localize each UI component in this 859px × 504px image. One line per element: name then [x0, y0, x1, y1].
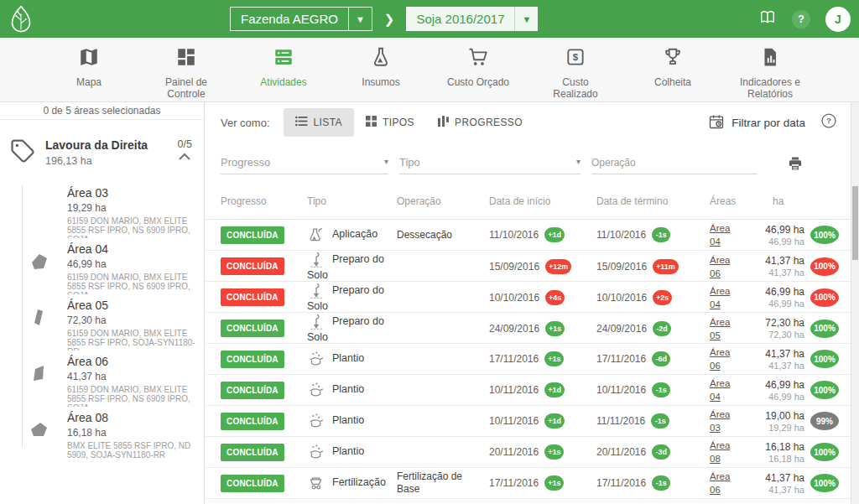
- area-link[interactable]: Área 04: [710, 284, 740, 311]
- help-icon[interactable]: ?: [792, 10, 810, 29]
- status-badge: CONCLUÍDA: [221, 226, 284, 244]
- nav-item-custo-orcado[interactable]: Custo Orçado: [441, 46, 515, 88]
- start-date: 15/09/2016: [489, 261, 539, 273]
- tab-tipos[interactable]: TIPOS: [354, 108, 426, 137]
- nav-item-mapa[interactable]: Mapa: [52, 46, 126, 88]
- breadcrumb-chevron-icon: ❯: [384, 12, 395, 27]
- end-date-cell: 10/10/2016+2s: [596, 290, 710, 305]
- end-delta-badge: -1s: [652, 227, 670, 242]
- group-name: Lavoura da Direita: [45, 138, 178, 152]
- operation-cell: Dessecação: [397, 229, 489, 242]
- operation-filter[interactable]: [591, 153, 757, 174]
- status-badge: CONCLUÍDA: [221, 257, 284, 275]
- type-label: Plantio: [332, 445, 364, 457]
- tab-lista[interactable]: LISTA: [284, 108, 354, 137]
- area-link[interactable]: Área 06: [710, 470, 740, 496]
- svg-text:$: $: [573, 52, 579, 62]
- chevron-down-icon: ▾: [576, 157, 580, 169]
- collapse-chevron-icon[interactable]: [178, 150, 191, 165]
- group-count: 0/5: [178, 138, 192, 150]
- type-label: Plantio: [332, 352, 364, 364]
- area-item-04[interactable]: Área 04 46,99 ha 61I59 DON MARIO, BMX EL…: [0, 238, 204, 294]
- filter-by-date-button[interactable]: Filtrar por data: [708, 113, 805, 132]
- user-avatar[interactable]: J: [825, 7, 851, 32]
- svg-text:?: ?: [826, 117, 831, 125]
- operation-filter-input[interactable]: [591, 153, 757, 174]
- view-as-label: Ver como:: [221, 117, 270, 129]
- start-delta-badge: +1s: [545, 321, 565, 336]
- tab-progresso[interactable]: PROGRESSO: [426, 108, 534, 137]
- nav-item-colheita[interactable]: Colheita: [636, 46, 710, 88]
- selection-summary: 0 de 5 áreas selecionadas: [0, 102, 204, 120]
- area-link[interactable]: Área 06: [710, 346, 740, 372]
- ha-cell: 41,37 ha41,37 ha100%: [756, 472, 851, 495]
- context-help-icon[interactable]: ?: [820, 112, 837, 132]
- trophy-icon: [662, 46, 684, 71]
- progress-filter-select[interactable]: ▾: [221, 153, 388, 174]
- type-cell: Aplicação: [307, 226, 397, 244]
- nav-item-custo-realizado[interactable]: $ Custo Realizado: [539, 46, 612, 100]
- table-row[interactable]: CONCLUÍDA Preparo do Solo 24/09/2016+1s …: [206, 313, 851, 344]
- area-link[interactable]: Área 06: [710, 253, 740, 280]
- area-shape-icon: [29, 308, 52, 351]
- table-row[interactable]: CONCLUÍDA Preparo do Solo 10/10/2016+4s …: [206, 282, 851, 313]
- table-row[interactable]: CONCLUÍDA Fertilização Fertilização de B…: [206, 468, 851, 499]
- area-link[interactable]: Área 04: [710, 221, 740, 248]
- scrollbar-thumb[interactable]: [852, 186, 858, 260]
- area-link[interactable]: Área 08: [710, 439, 740, 465]
- end-date: 11/11/2016: [596, 415, 645, 427]
- table-row-partial: [206, 499, 851, 504]
- table-row[interactable]: CONCLUÍDA Plantio 10/11/2016+1d 11/11/20…: [206, 406, 851, 437]
- list-view-icon: [295, 116, 308, 129]
- flask-icon: [370, 46, 392, 71]
- area-item-08[interactable]: Área 08 16,18 ha BMX ELITE 5855 RSF IPRO…: [0, 407, 204, 463]
- percent-badge: 100%: [810, 350, 839, 368]
- end-date-cell: 20/11/2016-3d: [596, 444, 710, 460]
- start-date-cell: 11/10/2016+1d: [489, 227, 596, 242]
- area-item-05[interactable]: Área 05 72,30 ha 61I59 DON MARIO, BMX EL…: [0, 294, 204, 351]
- field-group-header[interactable]: Lavoura da Direita 196,13 ha 0/5: [0, 120, 204, 175]
- start-date: 10/11/2016: [489, 384, 539, 396]
- ha-total: 41,37 ha: [768, 361, 804, 371]
- type-cell: Plantio: [307, 350, 397, 368]
- area-link[interactable]: Área 05: [710, 315, 740, 342]
- area-link[interactable]: Área 03: [710, 408, 740, 434]
- end-date-cell: 11/11/2016-1s: [596, 413, 710, 429]
- start-delta-badge: +1s: [544, 351, 564, 366]
- vertical-scrollbar[interactable]: [851, 102, 859, 504]
- end-delta-badge: -3d: [652, 444, 670, 460]
- area-item-06[interactable]: Área 06 41,37 ha 61I59 DON MARIO, BMX EL…: [0, 351, 204, 407]
- percent-badge: 100%: [810, 443, 839, 461]
- ha-total: 19,29 ha: [768, 423, 804, 433]
- table-row[interactable]: CONCLUÍDA Plantio 17/11/2016+1s 17/11/20…: [206, 344, 851, 375]
- news-book-icon[interactable]: [758, 9, 777, 29]
- season-selector[interactable]: Soja 2016/2017 ▼: [406, 7, 538, 31]
- print-button[interactable]: [787, 155, 804, 174]
- type-cell: Preparo do Solo: [307, 282, 397, 313]
- col-operacao: Operação: [397, 195, 489, 207]
- area-item-03[interactable]: Área 03 19,29 ha 61I59 DON MARIO, BMX EL…: [0, 182, 204, 238]
- nav-item-painel-de-controle[interactable]: Painel de Controle: [149, 46, 223, 100]
- type-icon: [307, 474, 325, 492]
- table-row[interactable]: CONCLUÍDA Aplicação Dessecação 11/10/201…: [206, 220, 851, 251]
- progress-filter-input[interactable]: [221, 153, 384, 174]
- area-link[interactable]: Área 04: [710, 377, 740, 403]
- table-row[interactable]: CONCLUÍDA Plantio 10/11/2016+1d 10/11/20…: [206, 375, 851, 406]
- table-row[interactable]: CONCLUÍDA Plantio 20/11/2016+1s 20/11/20…: [206, 437, 851, 468]
- end-date: 15/09/2016: [596, 261, 647, 273]
- nav-item-indicadores[interactable]: Indicadores e Relatórios: [733, 46, 807, 100]
- ha-applied: 41,37 ha: [765, 348, 804, 360]
- aegro-leaf-logo-icon[interactable]: [8, 3, 34, 35]
- type-filter-input[interactable]: [399, 153, 576, 174]
- start-date-cell: 10/10/2016+4s: [489, 290, 596, 305]
- percent-badge: 100%: [810, 257, 839, 276]
- table-row[interactable]: CONCLUÍDA Preparo do Solo 15/09/2016+12m…: [206, 251, 851, 282]
- nav-item-insumos[interactable]: Insumos: [344, 46, 418, 88]
- type-cell: Preparo do Solo: [307, 313, 397, 344]
- nav-item-atividades[interactable]: Atividades: [247, 46, 320, 88]
- ha-total: 16,18 ha: [768, 454, 804, 464]
- type-filter-select[interactable]: ▾: [399, 153, 580, 174]
- start-delta-badge: +1d: [544, 413, 565, 429]
- farm-selector[interactable]: Fazenda AEGRO ▼: [230, 7, 372, 31]
- season-caret-icon: ▼: [514, 7, 538, 31]
